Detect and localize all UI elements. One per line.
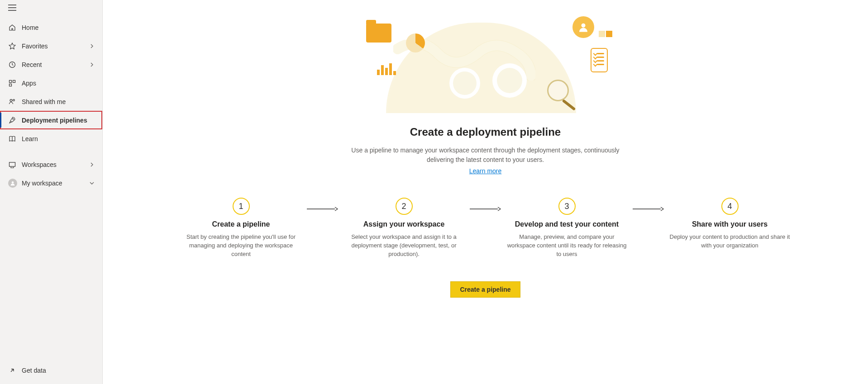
- chevron-right-icon: [90, 61, 97, 68]
- workspaces-icon: [8, 161, 16, 168]
- sidebar-item-workspaces[interactable]: Workspaces: [0, 155, 102, 174]
- sidebar: Home Favorites Recent Apps: [0, 0, 103, 384]
- sidebar-item-my-workspace[interactable]: My workspace: [0, 174, 102, 192]
- step-description: Select your workspace and assign it to a…: [343, 233, 465, 259]
- star-icon: [8, 43, 16, 50]
- step-1: 1 Create a pipeline Start by creating th…: [176, 198, 307, 259]
- learn-more-link[interactable]: Learn more: [341, 166, 630, 176]
- arrow-right-icon: [633, 206, 664, 213]
- apps-icon: [8, 80, 16, 87]
- sidebar-item-label: Recent: [22, 61, 90, 68]
- step-number-badge: 4: [721, 198, 739, 215]
- book-icon: [8, 135, 16, 142]
- sidebar-item-favorites[interactable]: Favorites: [0, 37, 102, 55]
- step-2: 2 Assign your workspace Select your work…: [339, 198, 470, 259]
- svg-point-6: [13, 118, 14, 119]
- steps-row: 1 Create a pipeline Start by creating th…: [103, 198, 868, 259]
- chevron-right-icon: [90, 43, 97, 50]
- sidebar-item-label: Shared with me: [22, 98, 97, 105]
- sidebar-item-apps[interactable]: Apps: [0, 74, 102, 92]
- home-icon: [8, 24, 16, 31]
- main-content: Create a deployment pipeline Use a pipel…: [103, 0, 868, 384]
- sidebar-item-label: Home: [22, 24, 97, 31]
- step-description: Deploy your content to production and sh…: [669, 233, 791, 250]
- step-number-badge: 1: [233, 198, 250, 215]
- page-title: Create a deployment pipeline: [410, 126, 561, 138]
- chevron-right-icon: [90, 161, 97, 168]
- svg-point-9: [581, 24, 585, 28]
- step-title: Share with your users: [669, 220, 791, 228]
- step-title: Assign your workspace: [343, 220, 465, 228]
- hamburger-icon: [8, 5, 16, 12]
- page-description-text: Use a pipeline to manage your workspace …: [351, 147, 619, 163]
- people-icon: [8, 98, 16, 105]
- sidebar-item-shared[interactable]: Shared with me: [0, 92, 102, 111]
- sidebar-item-learn[interactable]: Learn: [0, 129, 102, 148]
- svg-rect-3: [10, 84, 12, 86]
- sidebar-item-label: Apps: [22, 80, 97, 87]
- step-title: Create a pipeline: [180, 220, 302, 228]
- sidebar-item-deployment-pipelines[interactable]: Deployment pipelines: [0, 111, 102, 129]
- svg-point-5: [13, 99, 15, 101]
- page-description: Use a pipeline to manage your workspace …: [341, 146, 630, 176]
- avatar-icon: [8, 179, 17, 188]
- hamburger-button[interactable]: [0, 0, 102, 16]
- svg-rect-1: [10, 80, 12, 82]
- svg-rect-2: [13, 80, 15, 82]
- rocket-icon: [8, 117, 16, 124]
- clock-icon: [8, 61, 16, 68]
- hero-illustration: [359, 18, 612, 113]
- sidebar-item-label: My workspace: [22, 180, 90, 187]
- step-description: Start by creating the pipeline you'll us…: [180, 233, 302, 259]
- sidebar-item-label: Get data: [22, 367, 97, 374]
- sidebar-item-home[interactable]: Home: [0, 18, 102, 37]
- chevron-down-icon: [90, 180, 97, 187]
- svg-rect-7: [10, 162, 15, 166]
- step-3: 3 Develop and test your content Manage, …: [501, 198, 633, 259]
- sidebar-item-get-data[interactable]: Get data: [0, 361, 102, 379]
- arrow-out-icon: [8, 367, 16, 374]
- arrow-right-icon: [470, 206, 501, 213]
- sidebar-item-recent[interactable]: Recent: [0, 55, 102, 74]
- cta-row: Create a pipeline: [450, 281, 520, 298]
- arrow-right-icon: [307, 206, 339, 213]
- sidebar-item-label: Learn: [22, 135, 97, 142]
- step-4: 4 Share with your users Deploy your cont…: [664, 198, 796, 250]
- create-pipeline-button[interactable]: Create a pipeline: [450, 281, 520, 298]
- sidebar-item-label: Favorites: [22, 43, 90, 50]
- svg-point-8: [12, 181, 14, 183]
- svg-point-4: [10, 99, 12, 101]
- step-number-badge: 2: [396, 198, 413, 215]
- sidebar-item-label: Workspaces: [22, 161, 90, 168]
- step-number-badge: 3: [558, 198, 576, 215]
- step-title: Develop and test your content: [506, 220, 628, 228]
- step-description: Manage, preview, and compare your worksp…: [506, 233, 628, 259]
- sidebar-item-label: Deployment pipelines: [22, 117, 97, 124]
